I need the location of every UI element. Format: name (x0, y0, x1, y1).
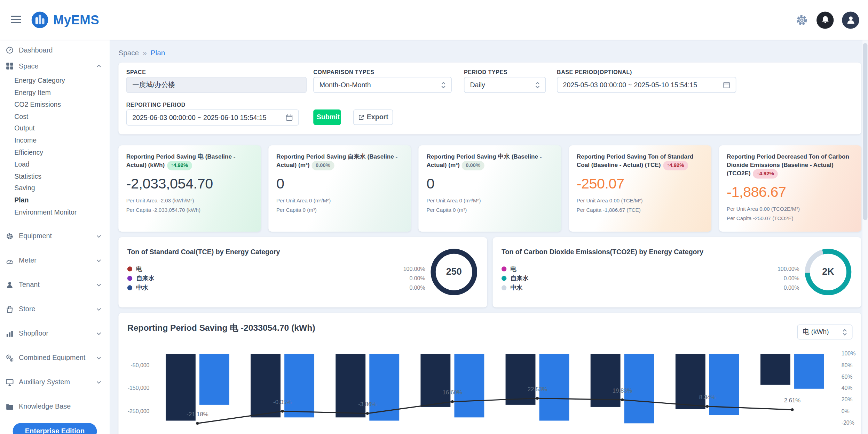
legend-dot-icon (127, 266, 132, 271)
legend-item[interactable]: 电 (127, 264, 155, 274)
legend-dot-icon (127, 285, 132, 290)
chart-title: Reporting Period Saving 电 -2033054.70 (k… (127, 322, 315, 334)
sidebar: DashboardSpaceEnergy CategoryEnergy Item… (0, 40, 110, 434)
sidebar-item-equipment[interactable]: Equipment (0, 224, 110, 248)
donut-percentages: 100.00%0.00%0.00% (403, 264, 425, 292)
chevron-up-icon (96, 63, 102, 69)
per-unit-area: Per Unit Area 0 (m³/M²) (426, 198, 553, 203)
sidebar-item-store[interactable]: Store (0, 297, 110, 321)
legend-percent: 0.00% (778, 274, 799, 283)
right-axis-tick: 0% (842, 408, 850, 414)
sidebar-item-combined-equipment[interactable]: Combined Equipment (0, 346, 110, 370)
submit-button[interactable]: Submit (313, 110, 341, 125)
per-unit-area: Per Unit Area -2.03 (kWh/M²) (126, 198, 253, 203)
stat-card-2: Reporting Period Saving 中水 (Baseline - A… (419, 145, 561, 232)
brand[interactable]: MyEMS (31, 11, 99, 29)
sidebar-subitem-income[interactable]: Income (0, 135, 110, 147)
stat-badge: ↑4.92% (753, 169, 778, 179)
legend-percent: 0.00% (403, 274, 425, 283)
donut-center-value: 2K (810, 254, 846, 290)
stat-card-3: Reporting Period Saving Ton of Standard … (569, 145, 711, 232)
enterprise-edition-button[interactable]: Enterprise Edition (13, 423, 97, 434)
sidebar-subitem-cost[interactable]: Cost (0, 111, 110, 123)
sidebar-subitem-environment-monitor[interactable]: Environment Monitor (0, 207, 110, 218)
brand-name: MyEMS (53, 13, 99, 27)
sidebar-item-auxiliary-system[interactable]: Auxiliary System (0, 370, 110, 394)
scrollbar-thumb[interactable] (863, 43, 868, 220)
legend-dot-icon (127, 276, 132, 281)
export-button[interactable]: Export (353, 110, 393, 125)
donut-legend: 电自来水中水 (502, 264, 529, 292)
sidebar-subitem-output[interactable]: Output (0, 123, 110, 135)
sidebar-subitem-energy-category[interactable]: Energy Category (0, 75, 110, 87)
select-carets-icon (843, 329, 847, 335)
donut-center-value: 250 (436, 254, 472, 290)
per-unit-area: Per Unit Area 0.00 (TCE/M²) (577, 198, 704, 203)
donut-card-0: Ton of Standard Coal(TCE) by Energy Cate… (118, 237, 487, 307)
bar-actual-6 (709, 354, 739, 415)
stat-badge: 0.00% (462, 161, 484, 170)
user-avatar-icon[interactable] (842, 11, 859, 29)
sidebar-item-knowledge-base[interactable]: Knowledge Base (0, 394, 110, 419)
period-types-label: PERIOD TYPES (464, 69, 507, 75)
sidebar-subitem-plan[interactable]: Plan (0, 195, 110, 207)
bar-actual-0 (199, 354, 229, 404)
sidebar-item-space[interactable]: Space (0, 58, 110, 74)
per-capita: Per Capita 0 (m³) (426, 207, 553, 213)
sidebar-subitem-energy-item[interactable]: Energy Item (0, 87, 110, 99)
right-axis-tick: -20% (842, 419, 854, 425)
calendar-icon (286, 114, 293, 121)
breadcrumb-space[interactable]: Space (118, 49, 139, 57)
stat-value: -250.07 (577, 175, 704, 192)
sidebar-item-shopfloor[interactable]: Shopfloor (0, 321, 110, 346)
bar-baseline-7 (760, 354, 790, 385)
stat-value: 0 (276, 175, 403, 192)
right-axis-tick: 40% (842, 385, 853, 391)
bar-baseline-2 (336, 354, 365, 417)
unit-select[interactable]: 电 (kWh) (797, 324, 852, 339)
menu-icon[interactable] (9, 13, 23, 27)
line-point-4 (536, 397, 539, 400)
sidebar-subitem-saving[interactable]: Saving (0, 183, 110, 194)
line-point-label: -21.18% (187, 411, 208, 418)
sidebar-subitem-load[interactable]: Load (0, 159, 110, 171)
per-capita: Per Capita 0 (m³) (276, 207, 403, 213)
sidebar-item-dashboard[interactable]: Dashboard (0, 42, 110, 58)
bar-baseline-3 (420, 354, 450, 407)
base-period-input[interactable]: 2025-05-03 00:00:00 ~ 2025-05-10 15:54:1… (557, 77, 736, 93)
sidebar-subitem-co2-emissions[interactable]: CO2 Emissions (0, 99, 110, 111)
sidebar-subitem-efficiency[interactable]: Efficiency (0, 147, 110, 159)
chevron-down-icon (96, 379, 102, 385)
sidebar-subitem-statistics[interactable]: Statistics (0, 171, 110, 183)
settings-gear-icon[interactable] (796, 14, 808, 26)
sidebar-item-meter[interactable]: Meter (0, 248, 110, 273)
period-types-select[interactable]: Daily (464, 77, 546, 93)
line-point-label: 8.34% (699, 394, 716, 401)
right-axis-tick: 100% (842, 351, 856, 356)
per-unit-area: Per Unit Area 0 (m³/M²) (276, 198, 403, 203)
knowledge-base-icon (6, 402, 14, 411)
sidebar-item-tenant[interactable]: Tenant (0, 273, 110, 297)
legend-item[interactable]: 自来水 (502, 274, 529, 283)
legend-item[interactable]: 中水 (502, 283, 529, 292)
legend-percent: 0.00% (778, 283, 799, 292)
legend-item[interactable]: 中水 (127, 283, 155, 292)
breadcrumb-plan: Plan (151, 49, 165, 57)
line-point-6 (706, 405, 709, 408)
space-input[interactable] (126, 77, 307, 93)
reporting-period-input[interactable]: 2025-06-03 00:00:00 ~ 2025-06-10 15:54:1… (126, 110, 299, 126)
legend-item[interactable]: 自来水 (127, 274, 155, 283)
legend-item[interactable]: 电 (502, 264, 529, 274)
stat-card-title: Reporting Period Decreased Ton of Carbon… (727, 153, 854, 179)
page-scrollbar[interactable] (862, 40, 868, 434)
app-root: MyEMS DashboardS (0, 0, 868, 434)
breadcrumb-separator: » (143, 49, 147, 57)
stat-cards-row: Reporting Period Saving 电 (Baseline - Ac… (118, 145, 861, 232)
stat-value: 0 (426, 175, 553, 192)
chevron-down-icon (96, 257, 102, 263)
comparison-types-select[interactable]: Month-On-Month (313, 77, 452, 93)
bar-actual-7 (794, 354, 824, 388)
legend-dot-icon (502, 266, 506, 271)
notifications-bell-icon[interactable] (816, 11, 834, 29)
stat-value: -1,886.67 (727, 184, 854, 201)
